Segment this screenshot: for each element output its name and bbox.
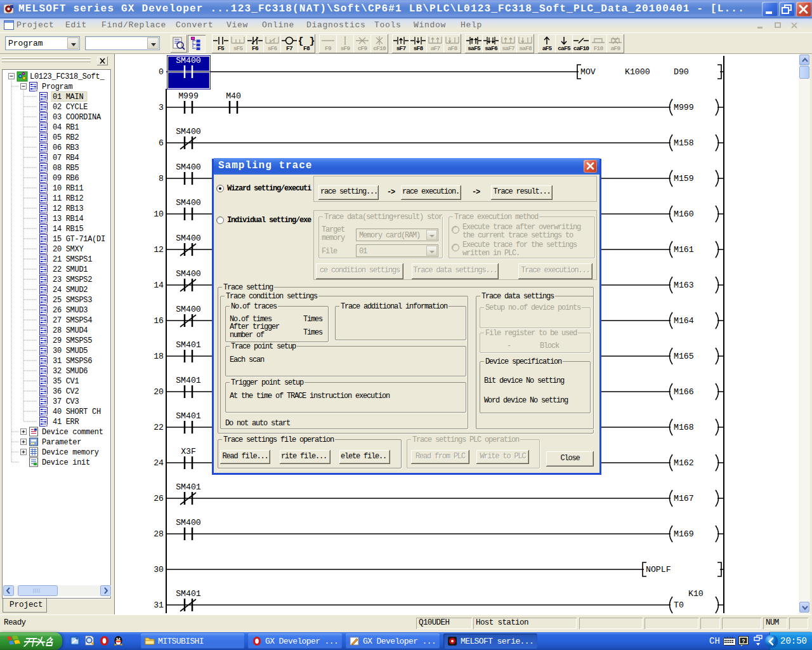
svg-text:10: 10	[154, 209, 164, 219]
svg-text:NOPLF: NOPLF	[646, 565, 671, 574]
svg-text:10 RB11: 10 RB11	[53, 184, 83, 193]
svg-text:14: 14	[154, 281, 164, 290]
svg-text:32 SMUD6: 32 SMUD6	[53, 367, 88, 376]
svg-text:31: 31	[154, 600, 164, 610]
svg-text:08 RB5: 08 RB5	[53, 164, 79, 173]
svg-text:SM400: SM400	[176, 305, 201, 314]
svg-text:Program: Program	[42, 83, 72, 91]
svg-text:13 RB14: 13 RB14	[53, 215, 83, 223]
svg-text:0: 0	[159, 67, 164, 77]
svg-text:SM400: SM400	[176, 127, 201, 136]
svg-text:11 RB12: 11 RB12	[53, 194, 83, 203]
svg-text:15 GT-71A(DI: 15 GT-71A(DI	[53, 235, 105, 244]
svg-text:05 RB2: 05 RB2	[53, 133, 79, 142]
svg-text:Device comment: Device comment	[42, 428, 103, 437]
svg-text:14 RB15: 14 RB15	[53, 225, 83, 234]
svg-text:M161: M161	[674, 245, 694, 255]
svg-text:28 SMUD4: 28 SMUD4	[53, 326, 88, 335]
svg-text:3: 3	[159, 103, 164, 112]
svg-text:26 SMUD3: 26 SMUD3	[53, 306, 88, 315]
svg-text:SM400: SM400	[176, 234, 201, 243]
svg-text:24 SMUD2: 24 SMUD2	[53, 286, 88, 295]
svg-text:SM401: SM401	[176, 589, 201, 599]
svg-text:K1000: K1000	[625, 67, 650, 77]
svg-text:36 CV2: 36 CV2	[53, 387, 79, 396]
svg-text:30 SMUD5: 30 SMUD5	[53, 347, 88, 355]
svg-text:28: 28	[154, 529, 164, 539]
svg-text:M164: M164	[674, 316, 694, 326]
svg-text:Device memory: Device memory	[42, 448, 99, 457]
svg-text:M162: M162	[674, 458, 694, 468]
svg-text:X3F: X3F	[181, 447, 196, 456]
svg-text:20 SMXY: 20 SMXY	[53, 245, 83, 254]
svg-text:M999: M999	[178, 91, 199, 101]
svg-text:SM400: SM400	[176, 198, 201, 208]
svg-text:M165: M165	[674, 352, 694, 361]
svg-text:K10: K10	[688, 589, 704, 599]
svg-text:35 CV1: 35 CV1	[53, 377, 79, 386]
svg-text:16: 16	[154, 316, 164, 326]
svg-text:SM401: SM401	[176, 340, 201, 350]
svg-text:M159: M159	[674, 174, 694, 183]
svg-text:25 SMSPS3: 25 SMSPS3	[53, 296, 92, 305]
svg-text:SM401: SM401	[176, 376, 201, 385]
svg-text:M163: M163	[674, 281, 694, 290]
svg-text:M167: M167	[674, 494, 694, 503]
svg-text:20: 20	[154, 387, 164, 397]
svg-text:41 ERR: 41 ERR	[53, 418, 79, 427]
svg-text:40 SHORT CH: 40 SHORT CH	[53, 408, 101, 416]
svg-text:Device init: Device init	[42, 458, 90, 467]
svg-text:D90: D90	[674, 67, 689, 77]
svg-text:23 SMSPS2: 23 SMSPS2	[53, 275, 92, 284]
svg-text:M160: M160	[674, 209, 694, 219]
svg-text:6: 6	[159, 138, 164, 148]
svg-text:22 SMUD1: 22 SMUD1	[53, 265, 88, 274]
svg-text:12 RB13: 12 RB13	[53, 204, 83, 213]
svg-text:04 RB1: 04 RB1	[53, 123, 79, 132]
svg-text:Parameter: Parameter	[42, 438, 81, 447]
svg-text:06 RB3: 06 RB3	[53, 143, 79, 152]
svg-text:M169: M169	[674, 529, 694, 539]
svg-text:M168: M168	[674, 423, 694, 432]
svg-text:M166: M166	[674, 387, 694, 397]
svg-text:37 CV3: 37 CV3	[53, 397, 79, 406]
svg-text:24: 24	[154, 458, 164, 468]
svg-text:30: 30	[154, 565, 164, 574]
svg-text:01 MAIN: 01 MAIN	[53, 93, 83, 102]
svg-text:SM400: SM400	[176, 269, 201, 279]
svg-text:M158: M158	[674, 138, 694, 148]
svg-text:M999: M999	[674, 103, 694, 112]
svg-text:12: 12	[154, 245, 164, 255]
svg-text:07 RB4: 07 RB4	[53, 154, 79, 162]
svg-text:26: 26	[154, 494, 164, 503]
svg-text:SM400: SM400	[176, 518, 201, 527]
svg-text:22: 22	[154, 423, 164, 432]
svg-text:MOV: MOV	[580, 67, 596, 77]
svg-text:18: 18	[154, 352, 164, 361]
svg-text:21 SMSPS1: 21 SMSPS1	[53, 255, 92, 264]
svg-text:M40: M40	[226, 91, 241, 101]
svg-text:02 CYCLE: 02 CYCLE	[53, 103, 88, 112]
svg-text:03 COORDINA: 03 COORDINA	[53, 113, 102, 122]
svg-text:SM401: SM401	[176, 411, 201, 421]
svg-text:29 SMSPS5: 29 SMSPS5	[53, 336, 92, 345]
svg-text:T0: T0	[674, 600, 684, 610]
svg-text:27 SMSPS4: 27 SMSPS4	[53, 316, 92, 325]
svg-text:?: ?	[742, 639, 745, 645]
svg-text:8: 8	[159, 174, 164, 183]
svg-text:SM401: SM401	[176, 482, 201, 492]
svg-text:31 SMSPS6: 31 SMSPS6	[53, 357, 92, 366]
svg-text:L0123_FC318_Soft_: L0123_FC318_Soft_	[30, 72, 105, 81]
svg-text:09 RB6: 09 RB6	[53, 174, 79, 183]
svg-text:SM400: SM400	[176, 56, 201, 65]
svg-text:SM400: SM400	[176, 162, 201, 172]
